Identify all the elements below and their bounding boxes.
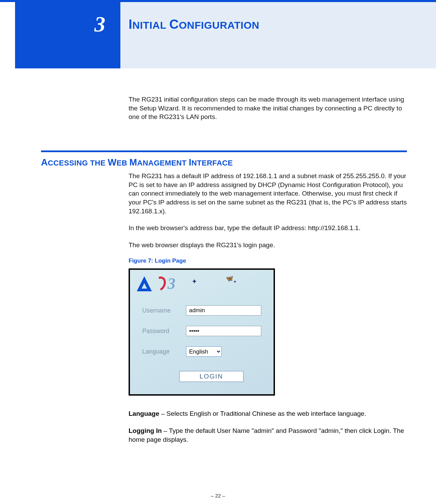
language-select[interactable]: English (186, 346, 222, 357)
intro-paragraph: The RG231 initial configuration steps ca… (129, 95, 407, 121)
sh-I: I (189, 157, 191, 168)
figure-caption: Figure 7: Login Page (129, 257, 407, 264)
body-p1: The RG231 has a default IP address of 19… (129, 172, 407, 215)
title-cap-2: C (169, 17, 179, 31)
body-p2: In the web browser's address bar, type t… (129, 224, 407, 233)
username-label: Username (142, 307, 179, 314)
password-input[interactable] (186, 326, 261, 336)
logo-three: 3 (168, 275, 175, 293)
sh-THE: THE (90, 159, 106, 167)
logo: 3 (137, 275, 175, 293)
sh-M: M (129, 157, 137, 168)
username-input[interactable] (186, 305, 261, 316)
logging-in-text: – Type the default User Name "admin" and… (129, 427, 404, 443)
sh-W: W (108, 157, 117, 168)
intro-block: The RG231 initial configuration steps ca… (129, 95, 407, 130)
butterfly-icon: 🦋 (226, 275, 233, 282)
username-row: Username (142, 305, 261, 316)
title-cap-1: I (129, 17, 132, 31)
login-button[interactable]: LOGIN (179, 371, 243, 382)
section-rule (41, 150, 407, 152)
butterfly-icon: ✦ (191, 277, 197, 286)
chapter-number-box: 3 (15, 2, 120, 68)
password-label: Password (142, 328, 179, 335)
chapter-title-band: INITIAL CONFIGURATION (120, 2, 436, 68)
butterfly-icon: ✦ (233, 279, 237, 284)
page-number: – 22 – (0, 493, 436, 499)
body-p3: The web browser displays the RG231's log… (129, 241, 407, 250)
sh-r3: ANAGEMENT (137, 159, 186, 167)
logo-a-icon (137, 276, 152, 291)
section-heading: ACCESSING THE WEB MANAGEMENT INTERFACE (41, 157, 233, 168)
chapter-number: 3 (94, 12, 105, 37)
sh-r4: NTERFACE (191, 159, 233, 167)
language-row: Language English (142, 346, 222, 357)
logging-in-desc: Logging In – Type the default User Name … (129, 426, 407, 444)
language-desc-text: – Selects English or Traditional Chinese… (159, 410, 366, 417)
chapter-title: INITIAL CONFIGURATION (129, 17, 259, 32)
logo-swirl-icon (151, 275, 168, 293)
login-page-figure: 3 ✦ 🦋 ✦ Username Password Language Engli… (129, 268, 275, 396)
sh-A: A (41, 157, 48, 168)
sh-r1: CCESSING (48, 159, 88, 167)
language-desc-bold: Language (129, 410, 159, 417)
title-rest-2: ONFIGURATION (179, 19, 259, 31)
language-desc: Language – Selects English or Traditiona… (129, 409, 407, 418)
title-rest-1: NITIAL (132, 19, 166, 31)
language-label: Language (142, 348, 179, 355)
password-row: Password (142, 326, 261, 336)
logging-in-bold: Logging In (129, 427, 162, 434)
sh-r2: EB (117, 159, 127, 167)
body-block: The RG231 has a default IP address of 19… (129, 172, 407, 452)
